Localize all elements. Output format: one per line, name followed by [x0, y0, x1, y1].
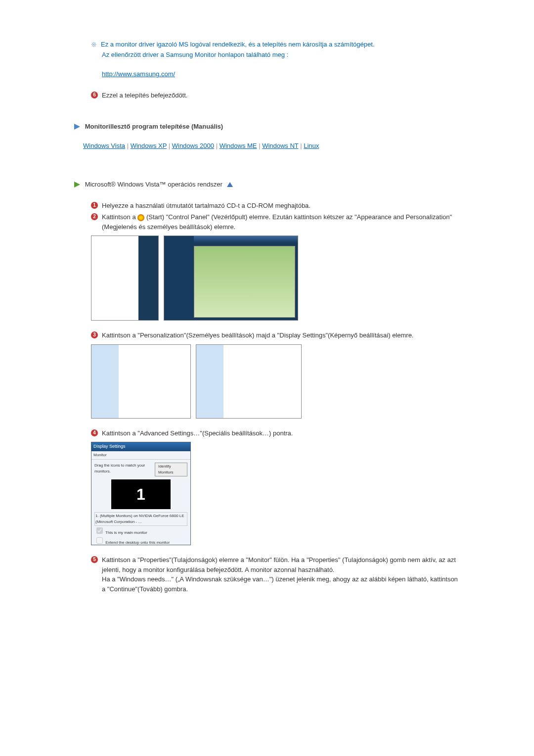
note-line-1: Ez a monitor driver igazoló MS logóval r…: [101, 40, 375, 50]
dlg-drag-text: Drag the icons to match your monitors.: [94, 463, 155, 476]
back-to-top[interactable]: [224, 181, 233, 188]
step-2-text-a: Kattintson a: [102, 213, 137, 221]
screenshot-personalize-2: [196, 344, 302, 419]
dlg-tab-monitor[interactable]: Monitor: [91, 451, 190, 460]
step-5-text-b: Ha a "Windows needs…" („A Windowsnak szü…: [102, 575, 458, 593]
step-badge-1: 1: [91, 202, 98, 209]
green-arrow-icon: [74, 182, 80, 188]
extend-desktop-checkbox[interactable]: [96, 537, 103, 544]
monitor-preview: 1: [111, 479, 171, 509]
link-linux[interactable]: Linux: [304, 142, 319, 149]
vista-heading-row: Microsoft® Windows Vista™ operációs rend…: [74, 180, 460, 189]
start-orb-icon: [137, 214, 144, 221]
link-xp[interactable]: Windows XP: [131, 142, 167, 149]
note-line-2: Az ellenőrzött driver a Samsung Monitor …: [102, 50, 460, 60]
step-1-text: Helyezze a használati útmutatót tartalma…: [102, 201, 311, 211]
manual-section-title: Monitorillesztő program telepítése (Manu…: [85, 123, 223, 130]
step-badge-3: 3: [91, 331, 98, 338]
manual-section-header: Monitorillesztő program telepítése (Manu…: [74, 122, 460, 132]
step-badge-5: 5: [91, 556, 98, 563]
step-badge-4: 4: [91, 429, 98, 436]
screenshot-display-settings: Display Settings Monitor Drag the icons …: [91, 442, 191, 545]
screenshot-start-menu: [91, 236, 159, 321]
note-glyph: ※: [91, 40, 97, 50]
link-vista[interactable]: Windows Vista: [83, 142, 125, 149]
step-5-text-a: Kattintson a "Properties"(Tulajdonságok)…: [102, 556, 456, 573]
os-link-row: Windows Vista | Windows XP | Windows 200…: [83, 141, 460, 151]
section-arrow-icon: [74, 124, 80, 130]
identify-monitors-button[interactable]: Identify Monitors: [155, 463, 187, 476]
dlg-title: Display Settings: [91, 442, 190, 451]
step-4-text: Kattintson a "Advanced Settings…"(Speciá…: [102, 428, 293, 438]
screenshot-control-panel: [164, 236, 298, 321]
link-me[interactable]: Windows ME: [220, 142, 257, 149]
step-badge-6: 6: [91, 92, 98, 98]
samsung-url[interactable]: http://www.samsung.com/: [102, 70, 175, 78]
vista-heading: Microsoft® Windows Vista™ operációs rend…: [85, 181, 222, 188]
step-2-text-b: (Start) "Control Panel" (Vezérlőpult) el…: [102, 213, 452, 231]
device-select[interactable]: 1. (Multiple Monitors) on NVIDIA GeForce…: [94, 512, 187, 526]
link-nt[interactable]: Windows NT: [262, 142, 298, 149]
step-3-text: Kattintson a "Personalization"(Személyes…: [102, 331, 413, 340]
step-6-text: Ezzel a telepítés befejeződött.: [102, 91, 187, 100]
step-badge-2: 2: [91, 213, 98, 220]
link-2000[interactable]: Windows 2000: [172, 142, 214, 149]
main-monitor-checkbox[interactable]: [96, 527, 103, 534]
screenshot-personalize-1: [91, 344, 191, 419]
